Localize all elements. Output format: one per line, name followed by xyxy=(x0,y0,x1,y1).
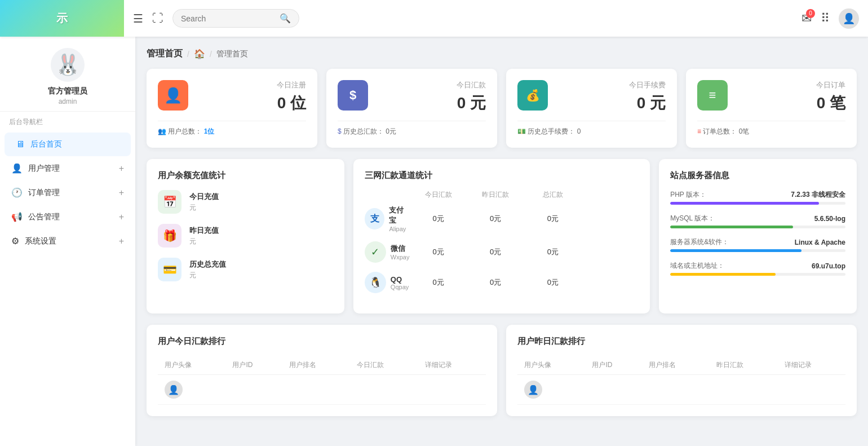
server-php-bar xyxy=(670,202,845,205)
orders-nav-plus[interactable]: + xyxy=(119,188,124,198)
channel-col-name xyxy=(365,190,410,200)
breadcrumb-home-icon: 🏠 xyxy=(194,48,205,59)
logo-text: 示 xyxy=(56,11,68,26)
alipay-sub-label: Alipay xyxy=(389,226,409,232)
search-bar: 🔍 xyxy=(172,9,299,28)
server-os: 服务器系统&软件： Linux & Apache xyxy=(670,237,845,252)
today-rank-thead: 用户头像 用户ID 用户排名 今日汇款 详细记录 xyxy=(158,356,486,375)
transfer-value: 0 元 xyxy=(457,92,486,114)
orders-label-group: 今日订单 0 笔 xyxy=(816,80,845,114)
breadcrumb-title: 管理首页 xyxy=(147,48,183,60)
qq-name: QQ Qqpay xyxy=(391,275,409,290)
server-mysql-bar-fill xyxy=(670,226,793,228)
yesterday-rank-rank-cell xyxy=(642,375,710,405)
sidebar-item-home[interactable]: 🖥 后台首页 xyxy=(5,133,131,156)
yesterday-rank-th-id: 用户ID xyxy=(585,356,641,375)
server-mysql-label: MySQL 版本： xyxy=(670,214,715,223)
expand-button[interactable]: ⛶ xyxy=(152,12,163,25)
user-avatar[interactable]: 👤 xyxy=(839,8,859,29)
orders-icon: ≡ xyxy=(697,80,728,111)
settings-nav-icon: ⚙ xyxy=(11,236,19,246)
server-domain-bar xyxy=(670,273,845,276)
qq-today: 0元 xyxy=(410,277,467,288)
yesterday-rank-tbody: 👤 xyxy=(517,375,845,405)
announce-nav-icon: 📢 xyxy=(11,211,23,222)
alipay-icon: 支 xyxy=(365,208,385,229)
bottom-row: 用户今日汇款排行 用户头像 用户ID 用户排名 今日汇款 详细记录 👤 xyxy=(147,325,857,416)
yesterday-rank-avatar: 👤 xyxy=(524,381,542,399)
channel-row-alipay: 支 支付宝 Alipay 0元 0元 0元 xyxy=(365,205,639,232)
sidebar-user-info: 🐰 官方管理员 admin xyxy=(0,37,135,112)
fee-icon: 💰 xyxy=(517,80,548,111)
stat-card-transfer: $ 今日汇款 0 元 $ 历史总汇款： 0元 xyxy=(326,69,497,148)
fee-value: 0 元 xyxy=(629,92,666,114)
channel-header-row: 今日汇款 昨日汇款 总汇款 xyxy=(365,190,639,200)
today-rank-title: 用户今日汇款排行 xyxy=(158,336,486,347)
recharge-yesterday-info: 昨日充值 元 xyxy=(189,226,219,246)
sidebar-avatar: 🐰 xyxy=(51,48,85,82)
menu-toggle-button[interactable]: ☰ xyxy=(133,12,143,25)
server-mysql-row: MySQL 版本： 5.6.50-log xyxy=(670,214,845,223)
server-panel: 站点服务器信息 PHP 版本： 7.2.33 非线程安全 MySQL 版本： 5… xyxy=(659,159,857,313)
today-rank-th-id: 用户ID xyxy=(225,356,282,375)
apps-icon: ⠿ xyxy=(821,11,830,25)
yesterday-rank-amount-cell xyxy=(710,375,777,405)
qq-total: 0元 xyxy=(524,277,582,288)
sidebar-item-orders[interactable]: 🕐 订单管理 + xyxy=(0,180,135,205)
channels-title: 三网汇款通道统计 xyxy=(365,170,639,181)
breadcrumb-sep1: / xyxy=(187,50,189,59)
users-nav-plus[interactable]: + xyxy=(119,164,124,174)
transfer-footer-value: 0元 xyxy=(386,127,396,135)
today-rank-amount-cell xyxy=(350,375,418,405)
server-mysql-bar xyxy=(670,226,845,228)
register-label-group: 今日注册 0 位 xyxy=(277,80,306,114)
today-rank-avatar-cell: 👤 xyxy=(158,375,225,405)
transfer-footer-icon: $ xyxy=(338,127,343,135)
recharge-total-info: 历史总充值 元 xyxy=(189,259,226,280)
breadcrumb: 管理首页 / 🏠 / 管理首页 xyxy=(147,48,857,60)
wechat-total: 0元 xyxy=(524,247,582,257)
announce-nav-plus[interactable]: + xyxy=(119,212,124,222)
yesterday-rank-header-row: 用户头像 用户ID 用户排名 昨日汇款 详细记录 xyxy=(517,356,845,375)
recharge-total-icon: 💳 xyxy=(158,258,181,281)
recharge-yesterday-icon: 🎁 xyxy=(158,224,181,248)
server-php-value: 7.2.33 非线程安全 xyxy=(791,190,845,200)
qq-identity: 🐧 QQ Qqpay xyxy=(365,272,410,293)
today-rank-th-amount: 今日汇款 xyxy=(350,356,418,375)
channels-panel: 三网汇款通道统计 今日汇款 昨日汇款 总汇款 支 支付宝 Alipay 0元 xyxy=(353,159,650,313)
alipay-identity: 支 支付宝 Alipay xyxy=(365,205,410,232)
yesterday-rank-panel: 用户昨日汇款排行 用户头像 用户ID 用户排名 昨日汇款 详细记录 👤 xyxy=(506,325,857,416)
sidebar-item-users[interactable]: 👤 用户管理 + xyxy=(0,156,135,180)
channel-row-qq: 🐧 QQ Qqpay 0元 0元 0元 xyxy=(365,272,639,293)
server-domain-label: 域名或主机地址： xyxy=(670,261,724,271)
today-rank-tbody: 👤 xyxy=(158,375,486,405)
search-input[interactable] xyxy=(181,14,280,23)
recharge-item-total: 💳 历史总充值 元 xyxy=(158,258,333,281)
sidebar-role: admin xyxy=(59,98,77,105)
qq-icon: 🐧 xyxy=(365,272,386,293)
sidebar-item-announce[interactable]: 📢 公告管理 + xyxy=(0,205,135,229)
sidebar-item-settings[interactable]: ⚙ 系统设置 + xyxy=(0,229,135,253)
stat-card-transfer-header: $ 今日汇款 0 元 xyxy=(338,80,486,114)
logo: 示 xyxy=(0,0,124,37)
settings-nav-plus[interactable]: + xyxy=(119,236,124,246)
recharge-total-value: 元 xyxy=(189,271,226,280)
qq-sub-label: Qqpay xyxy=(391,284,409,290)
recharge-panel: 用户余额充值统计 📅 今日充值 元 🎁 昨日充值 元 💳 历史总充值 xyxy=(147,159,344,313)
server-mysql-value: 5.6.50-log xyxy=(814,215,845,223)
yesterday-rank-th-amount: 昨日汇款 xyxy=(710,356,777,375)
recharge-title: 用户余额充值统计 xyxy=(158,170,333,181)
breadcrumb-current: 管理首页 xyxy=(216,49,248,59)
header-right: ✉ 0 ⠿ 👤 xyxy=(801,8,859,29)
search-icon[interactable]: 🔍 xyxy=(280,13,291,24)
wechat-name: 微信 Wxpay xyxy=(391,244,410,260)
alipay-today: 0元 xyxy=(410,214,467,224)
transfer-icon: $ xyxy=(338,80,368,111)
channel-col-total: 总汇款 xyxy=(524,190,582,200)
yesterday-rank-thead: 用户头像 用户ID 用户排名 昨日汇款 详细记录 xyxy=(517,356,845,375)
mail-button[interactable]: ✉ 0 xyxy=(801,11,812,26)
yesterday-rank-detail-cell xyxy=(778,375,845,405)
wechat-identity: ✓ 微信 Wxpay xyxy=(365,241,410,263)
header: 示 ☰ ⛶ 🔍 ✉ 0 ⠿ 👤 xyxy=(0,0,868,37)
apps-button[interactable]: ⠿ xyxy=(821,11,830,26)
